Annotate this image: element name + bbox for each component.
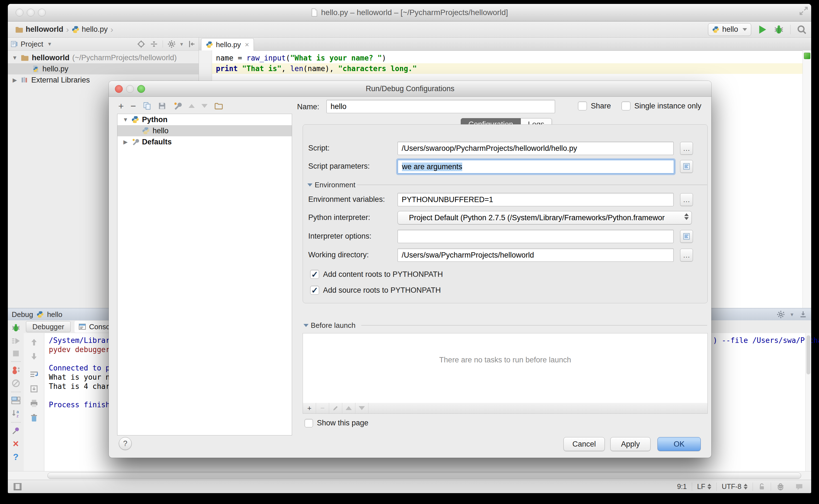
script-parameters-field[interactable]: we are arguments: [397, 160, 674, 174]
help-icon[interactable]: ?: [13, 452, 19, 461]
single-instance-checkbox-row[interactable]: Single instance only: [622, 101, 701, 110]
python-interpreter-select[interactable]: Project Default (Python 2.7.5 (/System/L…: [397, 211, 692, 224]
editor-tab-hello-py[interactable]: hello.py ×: [201, 38, 254, 51]
working-directory-browse-button[interactable]: …: [680, 249, 693, 261]
tree-row-python-group[interactable]: ▼ Python: [117, 114, 292, 125]
interpreter-options-expand-button[interactable]: [680, 230, 693, 243]
encoding-widget[interactable]: UTF-8: [716, 483, 753, 491]
help-button[interactable]: ?: [119, 437, 132, 450]
scrollbar-thumb[interactable]: [806, 335, 810, 374]
cancel-button[interactable]: Cancel: [564, 437, 605, 451]
error-stripe[interactable]: [803, 50, 811, 308]
close-tab-icon[interactable]: ×: [245, 40, 249, 49]
run-button[interactable]: [757, 25, 767, 35]
scrollbar-thumb[interactable]: [47, 473, 801, 479]
line-separator-widget[interactable]: LF: [692, 483, 716, 491]
fullscreen-icon[interactable]: [799, 6, 808, 16]
remove-task-button[interactable]: −: [316, 403, 329, 413]
scroll-to-end-icon[interactable]: [30, 384, 38, 393]
working-directory-field[interactable]: /Users/swa/PycharmProjects/helloworld: [397, 248, 674, 262]
up-stack-trace-icon[interactable]: [30, 338, 38, 347]
resume-icon[interactable]: [11, 336, 21, 346]
pin-tab-icon[interactable]: [11, 426, 20, 435]
locate-icon[interactable]: [137, 40, 145, 48]
console-vertical-scrollbar[interactable]: [805, 333, 811, 471]
create-folder-icon[interactable]: [214, 102, 223, 110]
move-task-up-button[interactable]: [342, 403, 355, 413]
single-instance-checkbox[interactable]: [622, 101, 631, 110]
apply-button[interactable]: Apply: [610, 437, 651, 451]
tab-debugger[interactable]: Debugger: [26, 321, 71, 332]
tree-row-project-root[interactable]: ▼ helloworld (~/PycharmProjects/hellowor…: [8, 52, 199, 63]
edit-defaults-icon[interactable]: [173, 101, 182, 110]
expander-open-icon[interactable]: ▼: [12, 55, 18, 61]
breadcrumb-file[interactable]: hello.py: [82, 25, 108, 34]
environment-variables-field[interactable]: PYTHONUNBUFFERED=1: [397, 193, 674, 206]
soft-wrap-icon[interactable]: [30, 370, 38, 379]
sort-alphabetically-icon[interactable]: az: [11, 409, 21, 418]
name-field[interactable]: hello: [326, 100, 555, 113]
code-line[interactable]: name = raw_input("What is your name? "): [212, 53, 803, 63]
gear-icon[interactable]: [167, 40, 176, 48]
gear-icon[interactable]: [777, 310, 785, 319]
code-line[interactable]: print "That is", len(name), "characters …: [212, 63, 803, 74]
share-checkbox[interactable]: [578, 101, 587, 110]
console-output[interactable]: /System/Library/pydev debugger: Connecte…: [49, 336, 119, 409]
mute-breakpoints-icon[interactable]: [11, 379, 21, 388]
copy-configuration-icon[interactable]: [143, 101, 151, 110]
script-field[interactable]: /Users/swaroop/PycharmProjects/helloworl…: [397, 142, 674, 155]
console-horizontal-scrollbar[interactable]: [8, 471, 811, 480]
run-configuration-selector[interactable]: hello: [708, 23, 751, 36]
collapse-all-icon[interactable]: [150, 40, 158, 48]
expander-closed-icon[interactable]: ▶: [12, 77, 18, 83]
remove-configuration-button[interactable]: −: [130, 101, 136, 111]
toggle-toolbars-icon[interactable]: [13, 482, 22, 491]
hide-tool-window-icon[interactable]: [799, 310, 807, 319]
interpreter-options-field[interactable]: [397, 230, 674, 243]
print-icon[interactable]: [30, 399, 38, 408]
expander-closed-icon[interactable]: ▶: [122, 139, 129, 145]
breadcrumb-project[interactable]: helloworld: [26, 25, 63, 34]
move-up-icon[interactable]: [188, 104, 195, 108]
before-launch-section-header[interactable]: Before launch: [303, 321, 355, 330]
script-browse-button[interactable]: …: [680, 142, 693, 155]
expander-open-icon[interactable]: ▼: [122, 117, 129, 123]
show-this-page-row[interactable]: Show this page: [304, 419, 368, 427]
readonly-toggle[interactable]: [753, 483, 771, 491]
tree-row-defaults[interactable]: ▶ Defaults: [117, 136, 292, 147]
edit-task-button[interactable]: [329, 403, 342, 413]
share-checkbox-row[interactable]: Share: [578, 101, 611, 110]
search-icon[interactable]: [797, 25, 807, 35]
show-this-page-checkbox[interactable]: [304, 419, 313, 427]
ok-button[interactable]: OK: [658, 437, 701, 451]
rerun-debug-icon[interactable]: [11, 323, 21, 333]
add-content-roots-row[interactable]: ✓ Add content roots to PYTHONPATH: [310, 270, 443, 279]
stop-icon[interactable]: [12, 349, 20, 358]
caret-position-widget[interactable]: 9:1: [672, 483, 692, 491]
clear-console-icon[interactable]: [30, 413, 38, 422]
add-content-roots-checkbox[interactable]: ✓: [310, 270, 319, 279]
environment-section-header[interactable]: Environment: [307, 181, 355, 189]
add-source-roots-checkbox[interactable]: ✓: [310, 286, 319, 295]
debug-button[interactable]: [774, 24, 784, 35]
move-down-icon[interactable]: [201, 104, 207, 108]
down-stack-trace-icon[interactable]: [30, 352, 38, 360]
add-task-button[interactable]: +: [303, 403, 316, 413]
add-configuration-button[interactable]: +: [118, 101, 124, 111]
add-source-roots-row[interactable]: ✓ Add source roots to PYTHONPATH: [310, 286, 441, 295]
environment-variables-browse-button[interactable]: …: [680, 193, 693, 206]
save-configuration-icon[interactable]: [158, 102, 166, 110]
window-titlebar[interactable]: hello.py – helloworld – [~/PycharmProjec…: [8, 4, 811, 21]
tree-row-hello-py[interactable]: hello.py: [8, 63, 199, 74]
hide-panel-icon[interactable]: [187, 40, 196, 48]
project-panel-header[interactable]: Project ▼ ▾: [8, 38, 199, 51]
script-parameters-expand-button[interactable]: [680, 160, 693, 173]
move-task-down-button[interactable]: [355, 403, 368, 413]
view-breakpoints-icon[interactable]: [11, 365, 21, 375]
close-tool-window-icon[interactable]: ×: [13, 439, 19, 449]
notifications-widget[interactable]: [790, 483, 808, 491]
inspection-profile-widget[interactable]: [771, 483, 790, 491]
tree-row-hello-config[interactable]: hello: [117, 125, 292, 136]
restore-layout-icon[interactable]: [11, 396, 21, 405]
dialog-titlebar[interactable]: Run/Debug Configurations: [109, 81, 711, 97]
